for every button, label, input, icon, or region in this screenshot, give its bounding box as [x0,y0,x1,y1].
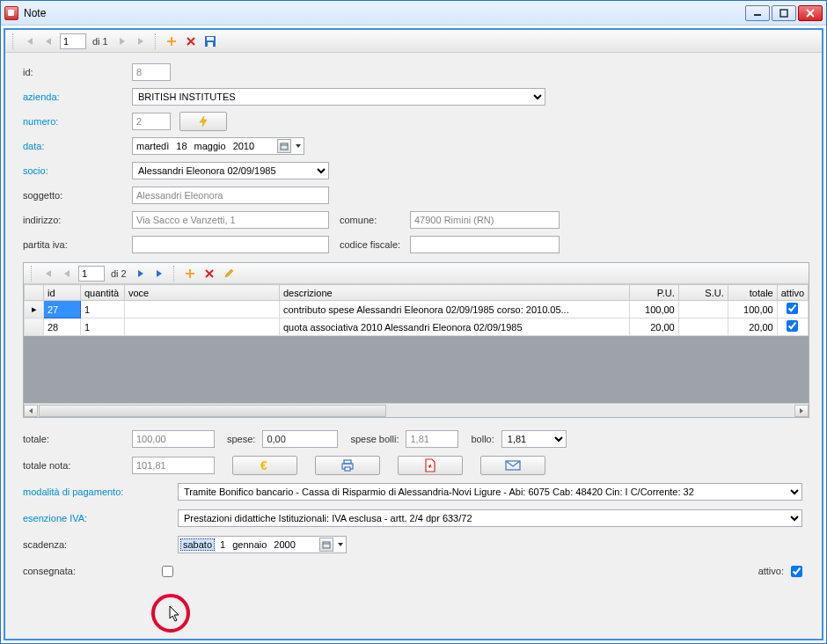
grid-nav-first-button[interactable] [40,266,55,282]
field-totale-nota [132,457,215,474]
cell-totale[interactable]: 100,00 [728,301,777,318]
field-modalita[interactable]: Tramite Bonifico bancario - Cassa di Ris… [178,483,802,501]
calendar-icon[interactable] [319,538,333,552]
toolbar-separator [155,33,158,49]
field-spese[interactable] [262,430,338,448]
grid-edit-button[interactable] [221,266,237,282]
field-scadenza[interactable]: sabato 1 gennaio 2000 [178,536,347,553]
print-button[interactable] [315,456,380,475]
cell-quantita[interactable]: 1 [81,301,125,318]
field-bollo[interactable]: 1,81 [501,430,567,448]
euro-icon: € [258,458,272,472]
row-attivo-checkbox[interactable] [787,303,798,314]
email-button[interactable] [480,456,545,475]
titlebar: Note [1,1,826,26]
grid-horizontal-scrollbar[interactable] [24,403,809,417]
scroll-track[interactable] [39,405,794,417]
cell-su[interactable] [678,318,728,336]
label-azienda: azienda: [23,91,132,102]
nav-page-input[interactable] [60,33,86,49]
field-codice-fiscale[interactable] [410,236,560,253]
lightning-icon [197,115,209,128]
dropdown-icon[interactable] [295,143,302,150]
maximize-button[interactable] [772,5,796,21]
label-soggetto: soggetto: [23,190,132,201]
field-numero [132,113,171,130]
nav-prev-button[interactable] [40,33,56,49]
col-pu[interactable]: P.U. [629,285,678,301]
grid-nav-prev-button[interactable] [59,266,75,282]
cell-pu[interactable]: 100,00 [629,301,678,318]
svg-rect-5 [207,37,214,40]
cell-id[interactable]: 28 [44,318,81,336]
pdf-icon [423,458,437,472]
grid-nav-last-button[interactable] [152,266,168,282]
scroll-right-icon[interactable] [794,405,809,417]
cell-pu[interactable]: 20,00 [629,318,678,336]
cell-totale[interactable]: 20,00 [728,318,777,336]
grid-nav-next-button[interactable] [133,266,149,282]
field-attivo-checkbox[interactable] [791,566,802,577]
scroll-thumb[interactable] [39,405,386,417]
grid-delete-button[interactable] [201,266,217,282]
save-button[interactable] [202,33,218,49]
table-row[interactable]: ▸ 27 1 contributo spese Alessandri Eleon… [25,301,809,318]
cell-voce[interactable] [125,301,280,318]
svg-rect-11 [344,460,351,464]
window-frame: Note di 1 [0,0,827,644]
row-indicator-icon [25,318,44,336]
cell-descrizione[interactable]: contributo spese Alessandri Eleonora 02/… [280,301,630,318]
cell-descrizione[interactable]: quota associativa 2010 Alessandri Eleono… [280,318,630,336]
pdf-button[interactable] [398,456,463,475]
grid-table[interactable]: id quantità voce descrizione P.U. S.U. t… [24,284,809,336]
grid-nav-page-input[interactable] [78,266,105,282]
col-quantita[interactable]: quantità [81,285,125,301]
line-items-grid: di 2 id quantità voce [23,262,809,418]
col-totale[interactable]: totale [728,285,777,301]
field-comune[interactable] [410,211,560,229]
field-consegnata-checkbox[interactable] [162,566,173,577]
nav-next-button[interactable] [114,33,130,49]
scroll-left-icon[interactable] [24,405,38,417]
field-id [132,63,171,81]
col-id[interactable]: id [44,285,81,301]
row-attivo-checkbox[interactable] [787,320,798,332]
annotation-circle [151,594,190,633]
col-su[interactable]: S.U. [678,285,728,301]
cell-quantita[interactable]: 1 [81,318,125,336]
nav-last-button[interactable] [134,33,150,49]
field-azienda[interactable]: BRITISH INSTITUTES [132,88,545,106]
row-header-blank [25,285,44,301]
label-numero: numero: [23,116,132,127]
table-row[interactable]: 28 1 quota associativa 2010 Alessandri E… [25,318,809,336]
col-voce[interactable]: voce [125,285,280,301]
col-attivo[interactable]: attivo [777,285,808,301]
grid-add-button[interactable] [182,266,198,282]
cell-attivo[interactable] [777,301,808,318]
action-lightning-button[interactable] [179,112,227,131]
col-descrizione[interactable]: descrizione [280,285,630,301]
field-esenzione[interactable]: Prestazioni didattiche Istituzionali: IV… [178,509,802,527]
svg-rect-7 [281,143,288,150]
delete-button[interactable] [183,33,199,49]
field-indirizzo[interactable] [132,211,329,229]
minimize-button[interactable] [745,5,770,21]
label-modalita: modalità di pagamento: [23,487,178,497]
dropdown-icon[interactable] [337,541,344,548]
calendar-icon[interactable] [277,139,291,153]
cell-attivo[interactable] [777,318,808,336]
label-attivo: attivo: [758,566,784,576]
nav-first-button[interactable] [21,33,37,49]
cell-voce[interactable] [125,318,280,336]
close-button[interactable] [798,5,823,21]
add-button[interactable] [164,33,179,49]
field-data[interactable]: martedì 18 maggio 2010 [132,137,304,155]
cell-su[interactable] [678,301,728,318]
currency-button[interactable]: € [232,456,297,475]
field-partita-iva[interactable] [132,236,329,253]
field-spese-bolli [406,430,458,448]
label-totale-nota: totale nota: [23,460,132,471]
field-soggetto[interactable] [132,187,329,204]
cell-id[interactable]: 27 [44,301,81,318]
field-socio[interactable]: Alessandri Eleonora 02/09/1985 [132,162,329,179]
